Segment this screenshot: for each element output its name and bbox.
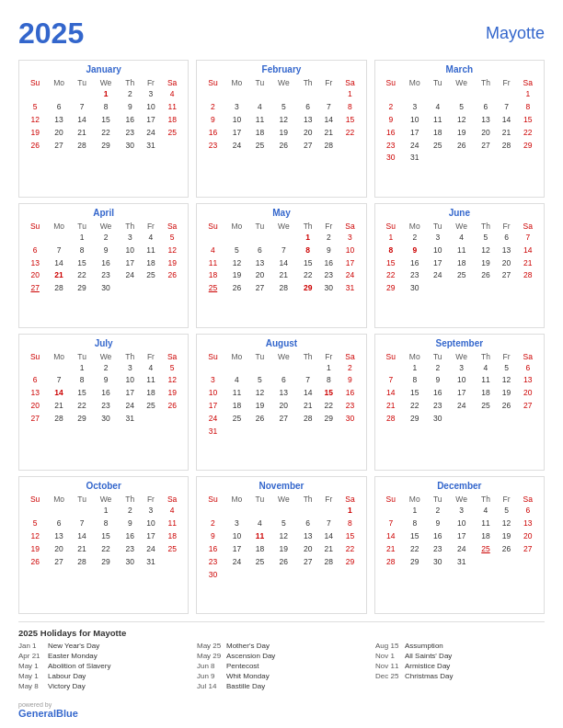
cal-day: 22 [339,543,361,556]
cal-day [224,362,250,375]
holiday-item: Nov 11Armistice Day [375,662,545,670]
cal-day: 21 [46,400,72,413]
cal-day: 26 [270,556,297,569]
cal-day: 19 [270,127,297,140]
cal-day [318,426,339,438]
brand-blue: Blue [56,708,78,719]
cal-day: 18 [475,387,496,400]
cal-day: 2 [402,232,428,245]
holiday-name: All Saints' Day [405,652,452,660]
cal-day: 23 [318,269,339,282]
cal-day: 15 [402,387,428,400]
cal-day: 11 [141,245,161,257]
cal-day [24,362,46,375]
cal-day: 22 [72,269,92,282]
cal-day: 20 [46,543,72,556]
cal-day [249,232,270,245]
cal-day: 27 [249,282,270,295]
cal-day [297,569,318,582]
cal-day: 3 [448,505,475,518]
cal-day: 21 [517,257,539,270]
cal-day: 20 [297,127,318,140]
cal-day: 15 [297,257,318,270]
cal-day: 25 [428,140,448,153]
cal-day: 19 [270,543,297,556]
cal-day: 19 [475,257,496,270]
cal-day: 29 [92,556,119,569]
cal-day: 28 [72,140,92,153]
cal-day [428,282,448,295]
cal-day: 23 [428,400,448,413]
cal-day: 26 [224,282,250,295]
cal-day: 27 [270,413,297,426]
cal-day: 9 [120,101,141,114]
holiday-item: Nov 1All Saints' Day [375,652,545,660]
cal-day: 22 [318,400,339,413]
cal-day: 1 [72,232,92,245]
cal-day: 14 [318,114,339,127]
cal-day: 8 [339,518,361,530]
cal-day [270,426,297,438]
cal-day: 28 [46,413,72,426]
cal-day: 1 [517,88,539,101]
cal-day: 21 [380,543,402,556]
cal-day: 3 [224,101,250,114]
brand-name: GeneralBlue [18,708,78,719]
holiday-item: Aug 15Assumption [375,642,545,650]
cal-day: 21 [72,543,92,556]
holiday-date: Jan 1 [18,642,44,650]
cal-day: 9 [92,245,119,257]
cal-day: 4 [224,374,250,387]
cal-day: 7 [380,518,402,530]
cal-day: 26 [249,413,270,426]
cal-day: 15 [72,387,92,400]
cal-day [475,282,496,295]
cal-day: 2 [428,505,448,518]
cal-day: 16 [201,127,224,140]
cal-day: 25 [141,269,161,282]
cal-day: 23 [402,269,428,282]
holidays-title: 2025 Holidays for Mayotte [18,628,545,638]
month-name: July [24,338,183,348]
holiday-item: May 1Labour Day [18,672,188,680]
cal-day: 5 [448,101,475,114]
cal-day [161,140,183,153]
cal-day: 16 [201,543,224,556]
holiday-col-3: Aug 15AssumptionNov 1All Saints' DayNov … [375,642,545,692]
cal-day: 23 [120,127,141,140]
cal-day: 26 [24,140,46,153]
cal-day: 15 [402,530,428,543]
brand-general: General [18,708,56,719]
cal-table: SuMoTuWeThFrSa12345678910111213141516171… [201,77,361,152]
cal-day: 11 [428,114,448,127]
cal-day: 29 [402,413,428,426]
cal-day: 13 [475,114,496,127]
cal-day: 6 [24,374,46,387]
cal-day [448,413,475,426]
cal-day: 14 [380,387,402,400]
cal-day: 18 [141,257,161,270]
cal-day: 21 [380,400,402,413]
cal-day: 28 [72,556,92,569]
cal-day: 12 [497,374,517,387]
cal-day [380,362,402,375]
cal-day: 20 [475,127,496,140]
cal-day: 13 [46,114,72,127]
cal-day: 6 [249,245,270,257]
page: 2025 Mayotte JanuarySuMoTuWeThFrSa123456… [0,0,563,728]
cal-day: 16 [380,127,402,140]
holiday-item: Dec 25Christmas Day [375,672,545,680]
cal-day: 31 [339,282,361,295]
cal-day: 17 [448,387,475,400]
cal-day: 17 [120,387,141,400]
cal-day: 12 [270,530,297,543]
cal-day: 24 [402,140,428,153]
cal-day: 27 [24,282,46,295]
cal-day: 22 [402,543,428,556]
cal-day: 1 [402,505,428,518]
cal-day [141,282,161,295]
cal-day: 18 [161,530,183,543]
month-block-october: OctoberSuMoTuWeThFrSa1234567891011121314… [18,476,189,614]
cal-day [475,88,496,101]
cal-day: 3 [201,374,224,387]
